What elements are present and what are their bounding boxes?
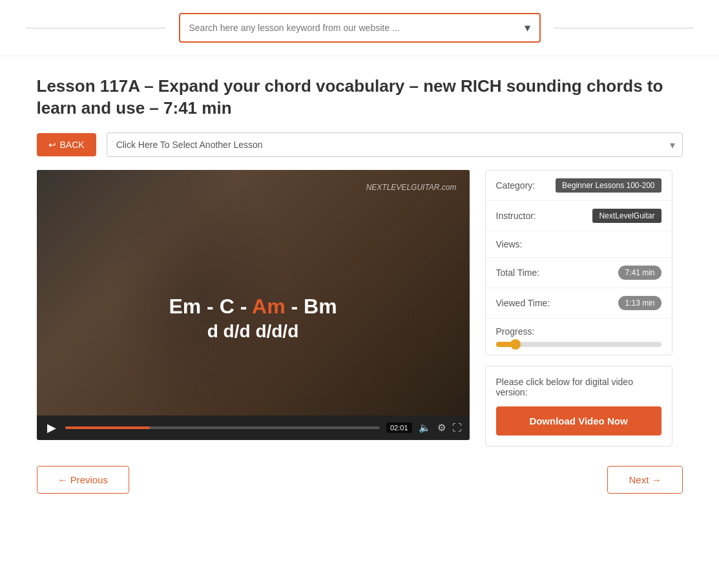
progress-thumb (510, 339, 521, 350)
chord-bm: - Bm (286, 295, 337, 318)
chevron-down-icon[interactable]: ▾ (516, 14, 539, 41)
previous-button[interactable]: ← Previous (37, 466, 130, 494)
arrow-left-icon: ↩ (48, 140, 56, 150)
total-time-label: Total Time: (496, 268, 540, 278)
video-wrapper: NEXTLEVELGUITAR.com Em - C - Am - Bm d d… (37, 170, 470, 440)
content-area: NEXTLEVELGUITAR.com Em - C - Am - Bm d d… (37, 170, 683, 446)
progress-section: Progress: (486, 319, 672, 355)
lesson-select-dropdown[interactable]: Click Here To Select Another Lesson (107, 132, 683, 157)
top-search-bar: ▾ (0, 0, 719, 56)
lesson-select-container: Click Here To Select Another Lesson ▾ (107, 132, 683, 157)
search-input[interactable] (180, 16, 516, 39)
download-video-button[interactable]: Download Video Now (496, 406, 662, 436)
instructor-badge: NextLevelGuitar (592, 209, 661, 223)
category-badge: Beginner Lessons 100-200 (556, 178, 661, 193)
previous-label: ← Previous (58, 474, 109, 485)
chord-line2: d d/d d/d/d (169, 321, 337, 342)
search-line-right (554, 28, 694, 28)
next-label: Next → (629, 474, 661, 485)
lesson-title: Lesson 117A – Expand your chord vocabula… (37, 76, 683, 120)
video-controls: ▶ 02:01 🔈 ⚙ ⛶ (37, 415, 470, 440)
search-line-left (26, 28, 166, 28)
viewed-time-label: Viewed Time: (496, 298, 550, 308)
chord-line1: Em - C - Am - Bm (169, 295, 337, 319)
chord-overlay: Em - C - Am - Bm d d/d d/d/d (169, 295, 337, 342)
search-container: ▾ (179, 13, 541, 43)
fullscreen-icon[interactable]: ⛶ (452, 422, 462, 433)
category-label: Category: (496, 180, 536, 191)
views-label: Views: (496, 239, 523, 249)
settings-icon[interactable]: ⚙ (437, 422, 446, 434)
chord-em-c: Em - C - (169, 295, 252, 318)
views-row: Views: (486, 231, 672, 258)
instructor-label: Instructor: (496, 211, 536, 221)
main-content: Lesson 117A – Expand your chord vocabula… (11, 56, 709, 513)
progress-track[interactable] (496, 342, 662, 347)
volume-icon[interactable]: 🔈 (419, 422, 431, 434)
guitarist-silhouette (37, 170, 470, 415)
category-row: Category: Beginner Lessons 100-200 (486, 171, 672, 201)
chord-am: Am (252, 295, 286, 318)
info-card: Category: Beginner Lessons 100-200 Instr… (485, 170, 672, 355)
download-card: Please click below for digital video ver… (485, 366, 672, 446)
viewed-time-row: Viewed Time: 1:13 min (486, 288, 672, 319)
play-button[interactable]: ▶ (45, 421, 59, 435)
viewed-time-badge: 1:13 min (618, 296, 661, 310)
instructor-row: Instructor: NextLevelGuitar (486, 201, 672, 231)
control-icons: 🔈 ⚙ ⛶ (419, 422, 462, 434)
total-time-badge: 7:41 min (618, 266, 661, 280)
toolbar: ↩ BACK Click Here To Select Another Less… (37, 132, 683, 157)
total-time-row: Total Time: 7:41 min (486, 258, 672, 288)
video-progress-fill (65, 426, 151, 429)
watermark: NEXTLEVELGUITAR.com (366, 183, 457, 192)
back-label: BACK (60, 140, 85, 150)
progress-label: Progress: (496, 326, 662, 337)
video-frame[interactable]: NEXTLEVELGUITAR.com Em - C - Am - Bm d d… (37, 170, 470, 415)
sidebar-panel: Category: Beginner Lessons 100-200 Instr… (485, 170, 672, 446)
back-button[interactable]: ↩ BACK (37, 133, 96, 156)
download-description: Please click below for digital video ver… (496, 377, 662, 397)
video-player: NEXTLEVELGUITAR.com Em - C - Am - Bm d d… (37, 170, 470, 440)
next-button[interactable]: Next → (607, 466, 682, 494)
video-progress-bar[interactable] (65, 426, 380, 429)
nav-buttons: ← Previous Next → (37, 466, 683, 494)
video-timestamp: 02:01 (386, 423, 412, 433)
